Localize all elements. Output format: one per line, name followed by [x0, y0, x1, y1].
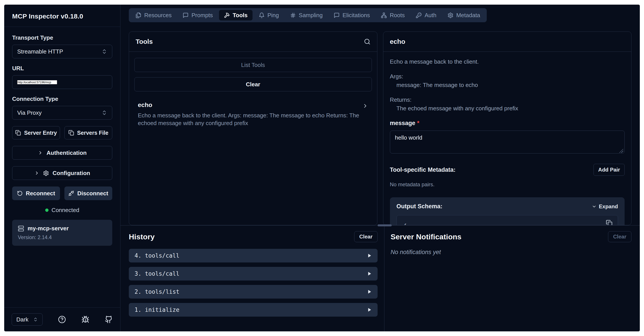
theme-value: Dark [16, 316, 28, 323]
tab-label: Tools [233, 12, 248, 19]
transport-type-value: Streamable HTTP [17, 48, 63, 55]
code-line-brace: { [404, 221, 611, 225]
connection-status: Connected [12, 207, 112, 214]
chevron-right-icon [34, 170, 40, 176]
add-pair-button[interactable]: Add Pair [594, 164, 624, 176]
chevron-right-icon [38, 150, 43, 156]
expand-label: Expand [599, 203, 618, 210]
tool-detail-panel: echo Echo a message back to the client. … [383, 31, 632, 225]
tab-elicitations[interactable]: Elicitations [329, 10, 375, 20]
expand-button[interactable]: Expand [592, 203, 618, 210]
metadata-label: Tool-specific Metadata: [390, 167, 456, 173]
disconnect-button[interactable]: Disconnect [64, 186, 112, 200]
gear-icon [448, 12, 454, 18]
split-drag-handle[interactable] [378, 224, 392, 226]
bottom-split: History Clear 4. tools/call 3. tools/cal… [120, 225, 640, 331]
chevrons-up-down-icon [33, 317, 38, 322]
tab-sampling[interactable]: Sampling [285, 10, 328, 20]
tab-auth[interactable]: Auth [411, 10, 441, 20]
history-panel: History Clear 4. tools/call 3. tools/cal… [120, 225, 384, 331]
play-icon [367, 307, 372, 312]
notifications-clear-button[interactable]: Clear [608, 231, 632, 242]
url-label: URL [12, 65, 112, 72]
main-area: Resources Prompts Tools Ping Sampling [120, 5, 640, 331]
search-icon[interactable] [364, 38, 370, 45]
chevron-right-icon [362, 103, 368, 109]
help-circle-icon[interactable] [58, 316, 66, 324]
history-item[interactable]: 1. initialize [129, 303, 378, 317]
param-name: message [390, 120, 416, 126]
servers-file-label: Servers File [77, 130, 108, 136]
authentication-label: Authentication [46, 150, 87, 156]
tab-label: Roots [390, 12, 405, 19]
hammer-icon [224, 12, 230, 18]
server-version: Version: 2.14.4 [18, 234, 106, 240]
param-name-label: message* [390, 120, 625, 127]
sidebar: MCP Inspector v0.18.0 Transport Type Str… [4, 5, 120, 331]
tab-metadata[interactable]: Metadata [443, 10, 485, 20]
history-item[interactable]: 4. tools/call [129, 249, 378, 262]
bell-icon [259, 12, 265, 18]
output-schema-label: Output Schema: [396, 203, 443, 210]
args-detail: message: The message to echo [396, 82, 625, 89]
connected-label: Connected [52, 207, 80, 214]
url-input[interactable] [17, 80, 57, 84]
tab-prompts[interactable]: Prompts [178, 10, 218, 20]
server-icon [18, 225, 24, 232]
resize-grip[interactable] [619, 149, 623, 153]
servers-file-button[interactable]: Servers File [64, 126, 112, 139]
history-item[interactable]: 2. tools/list [129, 285, 378, 299]
gear-icon [43, 170, 49, 176]
clear-tools-label: Clear [246, 81, 260, 88]
tab-resources[interactable]: Resources [130, 10, 176, 20]
unplug-icon [68, 190, 74, 196]
authentication-toggle[interactable]: Authentication [12, 146, 112, 160]
app-title: MCP Inspector v0.18.0 [12, 12, 112, 20]
connection-type-select[interactable]: Via Proxy [12, 106, 112, 120]
configuration-toggle[interactable]: Configuration [12, 166, 112, 180]
network-icon [381, 12, 387, 18]
tab-tools[interactable]: Tools [219, 10, 252, 20]
bug-icon[interactable] [82, 316, 89, 324]
reconnect-label: Reconnect [26, 190, 55, 197]
tab-roots[interactable]: Roots [376, 10, 410, 20]
theme-select[interactable]: Dark [12, 313, 42, 326]
server-entry-label: Server Entry [24, 130, 57, 136]
github-icon[interactable] [105, 316, 113, 324]
screenshot-frame: MCP Inspector v0.18.0 Transport Type Str… [0, 0, 644, 336]
server-entry-button[interactable]: Server Entry [12, 126, 60, 139]
tools-panel-title: Tools [136, 38, 153, 45]
transport-type-label: Transport Type [12, 34, 112, 41]
mcp-inspector-app: MCP Inspector v0.18.0 Transport Type Str… [4, 5, 640, 331]
sidebar-content: Transport Type Streamable HTTP URL Conne… [4, 27, 120, 307]
history-item[interactable]: 3. tools/call [129, 267, 378, 281]
tab-label: Auth [424, 12, 436, 19]
output-schema-code: { type: "object" [396, 215, 618, 225]
history-item-label: 4. tools/call [134, 252, 180, 259]
copy-icon[interactable] [606, 220, 612, 225]
notifications-title: Server Notifications [390, 232, 462, 241]
history-clear-button[interactable]: Clear [354, 231, 378, 242]
required-asterisk: * [417, 120, 420, 126]
transport-type-select[interactable]: Streamable HTTP [12, 45, 112, 58]
play-icon [367, 253, 372, 258]
notifications-empty-text: No notifications yet [390, 249, 632, 256]
play-icon [367, 271, 372, 276]
message-input[interactable]: hello world [390, 131, 625, 154]
args-label: Args: [390, 73, 625, 80]
tab-label: Prompts [192, 12, 213, 19]
server-notifications-panel: Server Notifications Clear No notificati… [384, 225, 640, 331]
tab-label: Ping [268, 12, 279, 19]
hash-icon [290, 12, 296, 18]
tab-ping[interactable]: Ping [254, 10, 284, 20]
reconnect-button[interactable]: Reconnect [12, 186, 60, 200]
no-metadata-text: No metadata pairs. [390, 181, 625, 188]
list-tools-button[interactable]: List Tools [134, 58, 372, 72]
message-square-icon [334, 12, 340, 18]
server-info-card: my-mcp-server Version: 2.14.4 [12, 220, 112, 246]
connected-dot [45, 208, 48, 212]
output-schema-card: Output Schema: Expand [390, 197, 625, 225]
returns-detail: The echoed message with any configured p… [396, 105, 625, 112]
clear-tools-button[interactable]: Clear [134, 77, 372, 91]
tool-list-item-echo[interactable]: echo Echo a message back to the client. … [134, 97, 372, 132]
